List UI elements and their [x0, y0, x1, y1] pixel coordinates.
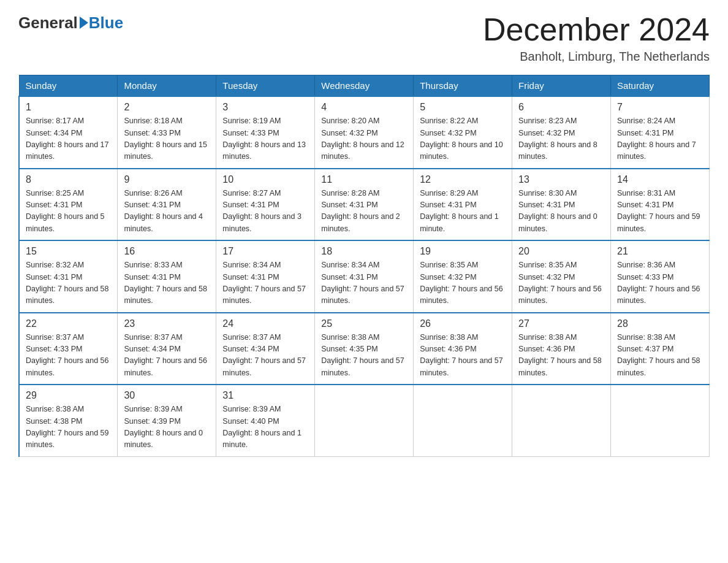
- day-info: Sunrise: 8:36 AMSunset: 4:33 PMDaylight:…: [617, 259, 703, 307]
- day-number: 29: [26, 390, 111, 401]
- calendar-cell: 5Sunrise: 8:22 AMSunset: 4:32 PMDaylight…: [414, 96, 512, 169]
- day-info: Sunrise: 8:37 AMSunset: 4:34 PMDaylight:…: [124, 332, 210, 380]
- day-number: 6: [518, 102, 604, 113]
- logo-general-text: General: [18, 15, 78, 31]
- day-number: 30: [124, 390, 210, 401]
- day-number: 10: [222, 174, 308, 185]
- day-info: Sunrise: 8:32 AMSunset: 4:31 PMDaylight:…: [26, 259, 111, 307]
- day-number: 3: [222, 102, 308, 113]
- day-info: Sunrise: 8:17 AMSunset: 4:34 PMDaylight:…: [26, 115, 111, 163]
- header-cell-monday: Monday: [118, 75, 216, 97]
- day-info: Sunrise: 8:39 AMSunset: 4:39 PMDaylight:…: [124, 404, 210, 451]
- location-subtitle: Banholt, Limburg, The Netherlands: [483, 50, 710, 64]
- day-number: 19: [420, 246, 506, 257]
- day-number: 23: [124, 318, 210, 329]
- day-info: Sunrise: 8:26 AMSunset: 4:31 PMDaylight:…: [124, 188, 210, 236]
- logo: General Blue: [18, 15, 123, 31]
- calendar-cell: 20Sunrise: 8:35 AMSunset: 4:32 PMDayligh…: [512, 240, 611, 313]
- day-info: Sunrise: 8:38 AMSunset: 4:37 PMDaylight:…: [617, 332, 703, 380]
- day-number: 24: [222, 318, 308, 329]
- calendar-cell: 27Sunrise: 8:38 AMSunset: 4:36 PMDayligh…: [512, 313, 611, 385]
- day-info: Sunrise: 8:25 AMSunset: 4:31 PMDaylight:…: [26, 188, 111, 236]
- day-info: Sunrise: 8:22 AMSunset: 4:32 PMDaylight:…: [420, 115, 506, 163]
- day-info: Sunrise: 8:19 AMSunset: 4:33 PMDaylight:…: [222, 115, 308, 163]
- day-info: Sunrise: 8:27 AMSunset: 4:31 PMDaylight:…: [222, 188, 308, 236]
- header-cell-thursday: Thursday: [414, 75, 512, 97]
- day-info: Sunrise: 8:37 AMSunset: 4:33 PMDaylight:…: [26, 332, 111, 380]
- day-number: 16: [124, 246, 210, 257]
- calendar-cell: [414, 385, 512, 456]
- day-number: 22: [26, 318, 111, 329]
- day-info: Sunrise: 8:38 AMSunset: 4:36 PMDaylight:…: [420, 332, 506, 380]
- calendar-cell: 22Sunrise: 8:37 AMSunset: 4:33 PMDayligh…: [19, 313, 118, 385]
- day-info: Sunrise: 8:38 AMSunset: 4:38 PMDaylight:…: [26, 404, 111, 451]
- calendar-cell: 12Sunrise: 8:29 AMSunset: 4:31 PMDayligh…: [414, 169, 512, 241]
- day-number: 15: [26, 246, 111, 257]
- day-number: 5: [420, 102, 506, 113]
- calendar-cell: 1Sunrise: 8:17 AMSunset: 4:34 PMDaylight…: [19, 96, 118, 169]
- month-year-title: December 2024: [483, 12, 710, 47]
- day-info: Sunrise: 8:35 AMSunset: 4:32 PMDaylight:…: [420, 259, 506, 307]
- week-row-1: 1Sunrise: 8:17 AMSunset: 4:34 PMDaylight…: [19, 96, 710, 169]
- day-number: 2: [124, 102, 210, 113]
- calendar-cell: 21Sunrise: 8:36 AMSunset: 4:33 PMDayligh…: [611, 240, 710, 313]
- calendar-cell: [315, 385, 414, 456]
- calendar-cell: 19Sunrise: 8:35 AMSunset: 4:32 PMDayligh…: [414, 240, 512, 313]
- day-info: Sunrise: 8:23 AMSunset: 4:32 PMDaylight:…: [518, 115, 604, 163]
- week-row-3: 15Sunrise: 8:32 AMSunset: 4:31 PMDayligh…: [19, 240, 710, 313]
- day-info: Sunrise: 8:31 AMSunset: 4:31 PMDaylight:…: [617, 188, 703, 236]
- day-number: 21: [617, 246, 703, 257]
- day-number: 28: [617, 318, 703, 329]
- page-header: General Blue December 2024 Banholt, Limb…: [18, 12, 710, 64]
- day-info: Sunrise: 8:38 AMSunset: 4:35 PMDaylight:…: [321, 332, 407, 380]
- logo-blue-text: Blue: [89, 15, 123, 31]
- calendar-cell: [512, 385, 611, 456]
- calendar-cell: 3Sunrise: 8:19 AMSunset: 4:33 PMDaylight…: [216, 96, 315, 169]
- calendar-cell: 30Sunrise: 8:39 AMSunset: 4:39 PMDayligh…: [118, 385, 216, 456]
- day-info: Sunrise: 8:37 AMSunset: 4:34 PMDaylight:…: [222, 332, 308, 380]
- calendar-cell: 8Sunrise: 8:25 AMSunset: 4:31 PMDaylight…: [19, 169, 118, 241]
- day-number: 4: [321, 102, 407, 113]
- calendar-cell: 28Sunrise: 8:38 AMSunset: 4:37 PMDayligh…: [611, 313, 710, 385]
- day-number: 1: [26, 102, 111, 113]
- day-number: 13: [518, 174, 604, 185]
- calendar-cell: 16Sunrise: 8:33 AMSunset: 4:31 PMDayligh…: [118, 240, 216, 313]
- calendar-cell: 23Sunrise: 8:37 AMSunset: 4:34 PMDayligh…: [118, 313, 216, 385]
- day-number: 14: [617, 174, 703, 185]
- day-number: 27: [518, 318, 604, 329]
- day-info: Sunrise: 8:39 AMSunset: 4:40 PMDaylight:…: [222, 404, 308, 451]
- day-info: Sunrise: 8:38 AMSunset: 4:36 PMDaylight:…: [518, 332, 604, 380]
- header-cell-saturday: Saturday: [611, 75, 710, 97]
- day-info: Sunrise: 8:34 AMSunset: 4:31 PMDaylight:…: [321, 259, 407, 307]
- day-info: Sunrise: 8:35 AMSunset: 4:32 PMDaylight:…: [518, 259, 604, 307]
- calendar-cell: 4Sunrise: 8:20 AMSunset: 4:32 PMDaylight…: [315, 96, 414, 169]
- calendar-header: SundayMondayTuesdayWednesdayThursdayFrid…: [19, 75, 710, 97]
- calendar-cell: 9Sunrise: 8:26 AMSunset: 4:31 PMDaylight…: [118, 169, 216, 241]
- calendar-cell: 2Sunrise: 8:18 AMSunset: 4:33 PMDaylight…: [118, 96, 216, 169]
- header-cell-wednesday: Wednesday: [315, 75, 414, 97]
- calendar-table: SundayMondayTuesdayWednesdayThursdayFrid…: [18, 75, 710, 457]
- day-info: Sunrise: 8:33 AMSunset: 4:31 PMDaylight:…: [124, 259, 210, 307]
- day-info: Sunrise: 8:28 AMSunset: 4:31 PMDaylight:…: [321, 188, 407, 236]
- day-info: Sunrise: 8:24 AMSunset: 4:31 PMDaylight:…: [617, 115, 703, 163]
- calendar-cell: 15Sunrise: 8:32 AMSunset: 4:31 PMDayligh…: [19, 240, 118, 313]
- day-info: Sunrise: 8:20 AMSunset: 4:32 PMDaylight:…: [321, 115, 407, 163]
- calendar-cell: 29Sunrise: 8:38 AMSunset: 4:38 PMDayligh…: [19, 385, 118, 456]
- day-number: 18: [321, 246, 407, 257]
- day-number: 9: [124, 174, 210, 185]
- week-row-5: 29Sunrise: 8:38 AMSunset: 4:38 PMDayligh…: [19, 385, 710, 456]
- calendar-cell: 13Sunrise: 8:30 AMSunset: 4:31 PMDayligh…: [512, 169, 611, 241]
- day-number: 26: [420, 318, 506, 329]
- day-number: 20: [518, 246, 604, 257]
- logo-arrow-icon: [80, 17, 88, 29]
- day-info: Sunrise: 8:30 AMSunset: 4:31 PMDaylight:…: [518, 188, 604, 236]
- header-row: SundayMondayTuesdayWednesdayThursdayFrid…: [19, 75, 710, 97]
- calendar-cell: 26Sunrise: 8:38 AMSunset: 4:36 PMDayligh…: [414, 313, 512, 385]
- calendar-cell: 14Sunrise: 8:31 AMSunset: 4:31 PMDayligh…: [611, 169, 710, 241]
- day-number: 12: [420, 174, 506, 185]
- calendar-cell: 11Sunrise: 8:28 AMSunset: 4:31 PMDayligh…: [315, 169, 414, 241]
- calendar-cell: 31Sunrise: 8:39 AMSunset: 4:40 PMDayligh…: [216, 385, 315, 456]
- day-info: Sunrise: 8:18 AMSunset: 4:33 PMDaylight:…: [124, 115, 210, 163]
- day-number: 25: [321, 318, 407, 329]
- calendar-cell: 17Sunrise: 8:34 AMSunset: 4:31 PMDayligh…: [216, 240, 315, 313]
